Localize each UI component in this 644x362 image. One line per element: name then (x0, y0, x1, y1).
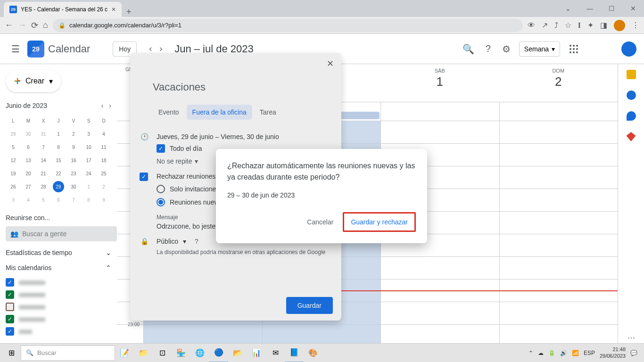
tab-close-icon[interactable]: ✕ (111, 6, 116, 13)
mini-day[interactable]: 8 (51, 140, 66, 154)
cancel-button[interactable]: Cancelar (301, 214, 339, 230)
window-minimize[interactable]: — (579, 0, 601, 17)
start-button[interactable]: ⊞ (2, 344, 21, 362)
calendar-checkbox-item[interactable]: ✓xxxx (6, 325, 117, 337)
mini-day[interactable]: 3 (6, 193, 21, 206)
address-bar[interactable]: 🔒 calendar.google.com/calendar/u/3/r?pli… (53, 19, 523, 32)
search-icon[interactable]: 🔍 (460, 41, 477, 58)
forward-icon[interactable]: → (18, 20, 26, 30)
mini-day[interactable]: 1 (51, 127, 66, 140)
reload-icon[interactable]: ⟳ (31, 20, 38, 31)
hamburger-icon[interactable]: ☰ (8, 40, 24, 58)
chevron-down-icon[interactable]: ⌄ (557, 0, 579, 17)
mini-day[interactable]: 19 (6, 167, 21, 180)
mini-day[interactable]: 23 (66, 167, 81, 180)
settings-gear-icon[interactable]: ⚙ (499, 41, 513, 58)
contacts-icon[interactable] (627, 111, 636, 121)
view-selector[interactable]: Semana ▾ (519, 41, 560, 57)
taskbar-search[interactable]: 🔍 Buscar (21, 346, 115, 361)
mini-day[interactable]: 1 (81, 180, 96, 193)
mini-day[interactable]: 6 (51, 193, 66, 206)
create-button[interactable]: + Crear ▾ (6, 70, 61, 92)
save-button[interactable]: Guardar (286, 297, 333, 314)
mini-day[interactable]: 28 (36, 180, 51, 193)
edge-icon[interactable]: 🌐 (190, 344, 209, 362)
mini-day[interactable]: 18 (96, 154, 111, 167)
mini-day[interactable]: 6 (21, 140, 36, 154)
task-view-icon[interactable]: ⊡ (153, 344, 172, 362)
gimp-icon[interactable]: 🎨 (304, 344, 322, 362)
account-avatar[interactable] (621, 41, 636, 57)
day-column-header[interactable]: SÁB1 (380, 64, 499, 102)
close-icon[interactable]: ✕ (327, 58, 334, 69)
extension-i-icon[interactable]: I (578, 21, 581, 30)
mini-day[interactable]: 30 (66, 180, 81, 193)
mini-prev-icon[interactable]: ‹ (101, 102, 104, 109)
task-app-icon[interactable]: 📁 (134, 344, 153, 362)
time-stats-toggle[interactable]: Estadísticas de tiempo ⌄ (6, 249, 117, 256)
extensions-icon[interactable]: ✦ (587, 21, 594, 30)
date-range-picker[interactable]: Jueves, 29 de junio – Viernes, 30 de jun… (157, 133, 332, 140)
new-tab-button[interactable]: + (122, 7, 136, 17)
help-icon[interactable]: ? (483, 41, 494, 57)
battery-icon[interactable]: 🔋 (548, 350, 555, 356)
onedrive-icon[interactable]: ☁ (538, 350, 544, 356)
clock[interactable]: 21:48 29/06/2023 (600, 346, 626, 359)
open-external-icon[interactable]: ↗ (542, 21, 548, 30)
calendar-checkbox-item[interactable]: ✓xxxxxxxx (6, 276, 117, 288)
mini-day[interactable]: 25 (96, 167, 111, 180)
mini-day[interactable]: 11 (96, 140, 111, 154)
explorer-icon[interactable]: 📂 (228, 344, 247, 362)
chrome-icon[interactable]: 🔵 (209, 344, 228, 362)
profile-avatar[interactable] (614, 20, 625, 31)
keep-icon[interactable] (627, 70, 636, 79)
calendar-checkbox-item[interactable]: ✓xxxxxxxx (6, 288, 117, 301)
calendar-checkbox-item[interactable]: xxxxxxxx (6, 301, 117, 313)
word-icon[interactable]: 📘 (285, 344, 304, 362)
maps-icon[interactable] (627, 132, 636, 141)
mini-day[interactable]: 22 (51, 167, 66, 180)
mini-day[interactable]: 2 (66, 127, 81, 140)
thunderbird-icon[interactable]: ✉ (266, 344, 285, 362)
tab-out-of-office[interactable]: Fuera de la oficina (187, 105, 252, 120)
notifications-icon[interactable]: 💬 (630, 350, 637, 356)
mini-day[interactable]: 17 (81, 154, 96, 167)
language-indicator[interactable]: ESP (584, 350, 595, 356)
mini-day[interactable]: 4 (21, 193, 36, 206)
reject-checkbox[interactable]: ✓ (140, 173, 148, 181)
store-icon[interactable]: 🏪 (172, 344, 190, 362)
home-icon[interactable]: ⌂ (43, 20, 48, 30)
mini-day[interactable]: 12 (6, 154, 21, 167)
window-close[interactable]: ✕ (622, 0, 644, 17)
panel-icon[interactable]: ◨ (600, 21, 607, 30)
mini-day[interactable]: 24 (81, 167, 96, 180)
mini-day[interactable]: 20 (21, 167, 36, 180)
mini-next-icon[interactable]: › (109, 102, 111, 109)
mini-day[interactable]: 10 (81, 140, 96, 154)
wifi-icon[interactable]: 📶 (572, 350, 579, 356)
mini-day[interactable]: 13 (21, 154, 36, 167)
mini-day[interactable]: 27 (21, 180, 36, 193)
mini-day[interactable]: 26 (6, 180, 21, 193)
my-calendars-toggle[interactable]: Mis calendarios ⌃ (6, 264, 117, 272)
star-icon[interactable]: ☆ (565, 21, 571, 30)
calendar-checkbox-item[interactable]: ✓xxxxxxxx (6, 313, 117, 325)
mini-day[interactable]: 9 (96, 193, 111, 206)
task-app-icon[interactable]: 📝 (115, 344, 134, 362)
mini-day[interactable]: 7 (36, 140, 51, 154)
mini-day[interactable]: 8 (81, 193, 96, 206)
day-column-header[interactable]: DOM2 (499, 64, 618, 102)
mini-day[interactable]: 21 (36, 167, 51, 180)
event-title-input[interactable]: Vacaciones (130, 53, 341, 99)
mini-day[interactable]: 15 (51, 154, 66, 167)
mini-day[interactable]: 3 (81, 127, 96, 140)
window-maximize[interactable]: ☐ (601, 0, 622, 17)
share-icon[interactable]: ⤴ (554, 21, 558, 30)
eye-icon[interactable]: 👁 (528, 21, 535, 30)
mini-day[interactable]: 7 (66, 193, 81, 206)
apps-grid-icon[interactable] (566, 41, 582, 57)
mini-day[interactable]: 31 (36, 127, 51, 140)
back-icon[interactable]: ← (5, 20, 13, 30)
mini-day[interactable]: 29 (6, 127, 21, 140)
mini-day[interactable]: 2 (96, 180, 111, 193)
